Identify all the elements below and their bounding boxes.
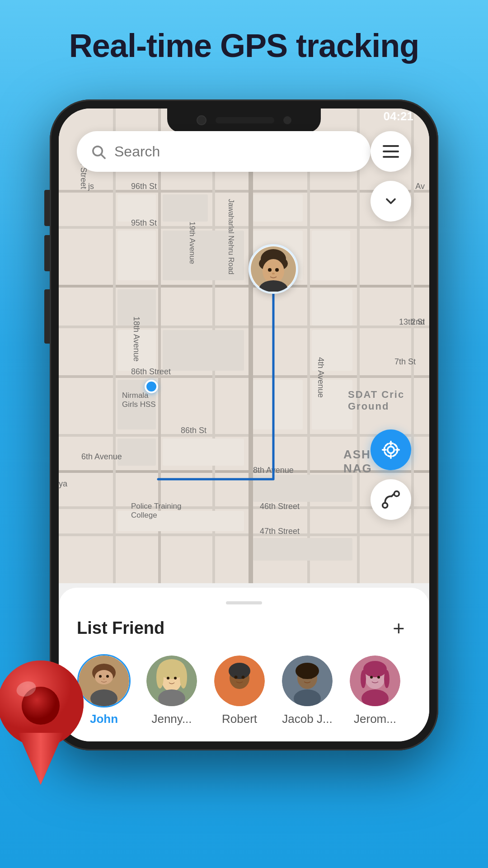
label-86th-st-2: 86th St bbox=[181, 426, 206, 435]
add-friend-button[interactable]: + bbox=[386, 616, 411, 641]
route-tool-button[interactable] bbox=[371, 479, 411, 520]
label-19th-ave: 19th Avenue bbox=[188, 222, 197, 264]
face-sensor bbox=[283, 116, 291, 124]
svg-point-55 bbox=[361, 670, 366, 688]
my-location-button[interactable] bbox=[371, 429, 411, 470]
map-block-16 bbox=[117, 439, 156, 466]
search-input[interactable] bbox=[114, 143, 357, 160]
add-icon: + bbox=[393, 617, 404, 640]
map-block-14 bbox=[253, 380, 303, 429]
svg-point-30 bbox=[103, 679, 105, 680]
front-camera bbox=[197, 115, 206, 125]
svg-point-56 bbox=[384, 670, 389, 688]
label-47th-st: 47th Street bbox=[260, 527, 300, 536]
route-point-marker bbox=[145, 380, 158, 393]
chevron-down-icon bbox=[383, 193, 399, 209]
menu-button[interactable] bbox=[371, 131, 411, 172]
chevron-down-button[interactable] bbox=[371, 181, 411, 222]
svg-point-44 bbox=[242, 676, 245, 679]
friend-name-jacob: Jacob J... bbox=[282, 712, 332, 726]
street-88th bbox=[113, 108, 116, 583]
svg-line-14 bbox=[101, 155, 105, 158]
svg-point-49 bbox=[302, 676, 305, 679]
label-86th-street: 86th Street bbox=[131, 367, 171, 377]
friend-avatar-jacob bbox=[281, 654, 334, 708]
hamburger-line-3 bbox=[383, 156, 399, 158]
map-block-9 bbox=[312, 289, 352, 326]
friend-item-jenny[interactable]: Jenny... bbox=[145, 654, 199, 726]
street-jwl-nehru bbox=[249, 108, 253, 583]
svg-point-57 bbox=[370, 676, 373, 679]
hamburger-icon bbox=[383, 145, 399, 158]
label-46th-st: 46th Street bbox=[260, 502, 300, 511]
friends-list: John bbox=[77, 654, 411, 726]
label-police: Police TrainingCollege bbox=[131, 502, 182, 520]
svg-point-58 bbox=[377, 676, 380, 679]
svg-point-11 bbox=[272, 273, 275, 274]
map-avatar-marker[interactable] bbox=[249, 244, 298, 294]
friend-avatar-jenny bbox=[145, 654, 198, 708]
svg-point-42 bbox=[229, 663, 250, 679]
friend-name-jerome: Jerom... bbox=[354, 712, 396, 726]
map-block-1 bbox=[117, 194, 156, 222]
location-pin-decoration bbox=[0, 658, 90, 787]
list-friend-title: List Friend bbox=[77, 618, 164, 638]
map-block-11 bbox=[163, 330, 244, 371]
label-7th-st: 7th St bbox=[394, 357, 416, 367]
page-title: Real-time GPS tracking bbox=[0, 27, 488, 64]
street-4th-ave bbox=[357, 108, 360, 583]
label-96th-st: 96th St bbox=[131, 182, 157, 191]
svg-point-36 bbox=[180, 666, 187, 689]
map-view[interactable]: 96th St 95th St 2nd Ave 2nd 13th St 86th… bbox=[59, 108, 429, 583]
svg-point-29 bbox=[106, 675, 109, 678]
svg-point-54 bbox=[363, 661, 387, 677]
bottom-panel-header: List Friend + bbox=[77, 616, 411, 641]
svg-point-37 bbox=[167, 677, 169, 679]
svg-point-28 bbox=[99, 675, 102, 678]
hamburger-line-2 bbox=[383, 151, 399, 152]
label-sdat: SDAT CricGround bbox=[348, 389, 404, 412]
power-button bbox=[44, 289, 50, 344]
label-jwl-nehru: Jawaharlal Nehru Road bbox=[227, 199, 235, 274]
svg-point-35 bbox=[156, 666, 164, 689]
svg-line-23 bbox=[392, 494, 394, 496]
bottom-panel: List Friend + bbox=[59, 588, 429, 741]
label-13th-st: 13th St bbox=[399, 317, 425, 327]
map-block-20 bbox=[253, 538, 352, 561]
earpiece bbox=[216, 117, 274, 123]
svg-point-10 bbox=[275, 268, 279, 272]
label-nirmala: NirmalaGirls HSS bbox=[122, 391, 156, 409]
svg-point-9 bbox=[268, 268, 272, 272]
bottom-handle bbox=[226, 601, 262, 604]
svg-point-43 bbox=[235, 676, 238, 679]
friend-item-jacob[interactable]: Jacob J... bbox=[280, 654, 334, 726]
svg-point-50 bbox=[310, 676, 313, 679]
map-block-7 bbox=[312, 231, 350, 280]
label-6th-ave: 6th Avenue bbox=[81, 452, 122, 462]
friend-name-jenny: Jenny... bbox=[151, 712, 192, 726]
friend-item-jerome[interactable]: Jerom... bbox=[348, 654, 402, 726]
phone-screen: 96th St 95th St 2nd Ave 2nd 13th St 86th… bbox=[59, 108, 429, 741]
status-bar-time: 04:21 bbox=[384, 109, 414, 123]
street-mid1 bbox=[307, 108, 310, 583]
hamburger-line-1 bbox=[383, 145, 399, 147]
phone-frame: 04:21 bbox=[50, 99, 438, 750]
label-ya: ya bbox=[59, 479, 67, 489]
search-bar[interactable] bbox=[77, 131, 371, 172]
friend-name-robert: Robert bbox=[222, 712, 257, 726]
street-right1 bbox=[411, 108, 414, 583]
route-tool-icon bbox=[381, 490, 401, 509]
map-block-17 bbox=[163, 439, 244, 466]
map-block-18 bbox=[253, 475, 352, 502]
friend-name-john: John bbox=[90, 712, 118, 726]
friend-avatar-jerome bbox=[348, 654, 402, 708]
friend-item-robert[interactable]: Robert bbox=[212, 654, 267, 726]
volume-up-button bbox=[44, 190, 50, 226]
map-block-2 bbox=[163, 194, 208, 222]
volume-down-button bbox=[44, 235, 50, 271]
friend-avatar-robert bbox=[213, 654, 266, 708]
label-av: Av bbox=[415, 182, 425, 191]
svg-point-8 bbox=[263, 259, 284, 283]
search-icon bbox=[90, 144, 106, 160]
label-18th-ave: 18th Avenue bbox=[131, 316, 141, 362]
